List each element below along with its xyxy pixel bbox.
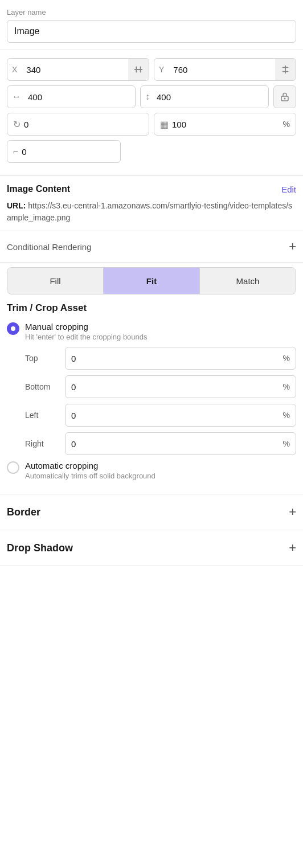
fit-buttons-group: Fill Fit Match: [7, 267, 296, 294]
left-crop-row: Left %: [25, 404, 296, 427]
wh-row: ↔ ↕: [7, 85, 296, 108]
opacity-icon: ▦: [160, 119, 169, 130]
auto-cropping-sublabel: Automatically trims off solid background: [25, 472, 155, 480]
top-label: Top: [25, 354, 59, 363]
rotation-icon: ↻: [13, 119, 21, 130]
drop-shadow-add-icon[interactable]: +: [289, 541, 296, 555]
left-label: Left: [25, 411, 59, 420]
left-input[interactable]: [71, 411, 283, 420]
height-icon: ↕: [141, 92, 154, 102]
x-align-btn[interactable]: [128, 59, 149, 80]
drop-shadow-section[interactable]: Drop Shadow +: [0, 530, 303, 566]
y-align-btn[interactable]: [275, 59, 296, 80]
bottom-crop-row: Bottom %: [25, 375, 296, 398]
auto-cropping-label: Automatic cropping: [25, 461, 155, 470]
xy-row: X Y: [7, 58, 296, 81]
trim-crop-section: Trim / Crop Asset Manual cropping Hit 'e…: [0, 302, 303, 494]
corner-icon: ⌐: [13, 146, 18, 157]
image-content-header: Image Content Edit: [7, 184, 296, 194]
svg-rect-0: [134, 69, 142, 70]
url-value: https://s3.eu-central-1.amazonaws.com/sm…: [7, 201, 292, 222]
divider-7: [0, 566, 303, 566]
drop-shadow-title: Drop Shadow: [7, 542, 73, 554]
match-button[interactable]: Match: [200, 268, 296, 294]
crop-fields: Top % Bottom % Left % Right %: [25, 347, 296, 455]
url-text: URL: https://s3.eu-central-1.amazonaws.c…: [7, 200, 296, 224]
url-label: URL:: [7, 201, 26, 210]
svg-point-7: [284, 98, 286, 100]
trim-title: Trim / Crop Asset: [7, 302, 296, 314]
left-pct: %: [283, 411, 290, 420]
opacity-unit: %: [283, 120, 290, 129]
x-field: X: [7, 58, 149, 81]
conditional-rendering-section: Conditional Rendering +: [0, 231, 303, 262]
top-input-wrapper: %: [65, 347, 296, 370]
opacity-field: ▦ %: [154, 113, 296, 136]
opacity-input[interactable]: [172, 120, 283, 129]
right-input-wrapper: %: [65, 432, 296, 455]
width-icon: ↔: [7, 92, 26, 102]
manual-cropping-label: Manual cropping: [25, 322, 148, 331]
manual-cropping-radio[interactable]: [7, 322, 19, 335]
x-input[interactable]: [24, 65, 128, 75]
edit-button[interactable]: Edit: [281, 185, 296, 194]
right-input[interactable]: [71, 439, 283, 449]
corner-field: ⌐: [7, 140, 121, 163]
fill-button[interactable]: Fill: [7, 268, 104, 294]
layer-name-input[interactable]: [7, 20, 296, 43]
transform-section: X Y ↔: [0, 50, 303, 175]
border-title: Border: [7, 506, 40, 518]
bottom-pct: %: [283, 382, 290, 391]
corner-row: ⌐: [7, 140, 296, 163]
right-label: Right: [25, 439, 59, 448]
width-field: ↔: [7, 85, 136, 108]
lock-aspect-btn[interactable]: [273, 85, 296, 108]
rotation-opacity-row: ↻ ▦ %: [7, 113, 296, 136]
manual-cropping-option[interactable]: Manual cropping Hit 'enter' to edit the …: [7, 322, 296, 341]
conditional-label: Conditional Rendering: [7, 242, 91, 252]
y-field: Y: [154, 58, 296, 81]
svg-rect-5: [282, 71, 289, 72]
bottom-input[interactable]: [71, 382, 283, 392]
bottom-label: Bottom: [25, 382, 59, 391]
height-input[interactable]: [154, 92, 268, 102]
image-content-section: Image Content Edit URL: https://s3.eu-ce…: [0, 176, 303, 231]
layer-name-section: Layer name: [0, 0, 303, 50]
top-crop-row: Top %: [25, 347, 296, 370]
right-crop-row: Right %: [25, 432, 296, 455]
svg-rect-4: [282, 67, 289, 68]
height-field: ↕: [140, 85, 269, 108]
auto-cropping-label-group: Automatic cropping Automatically trims o…: [25, 461, 155, 480]
bottom-input-wrapper: %: [65, 375, 296, 398]
fit-button[interactable]: Fit: [104, 268, 200, 294]
border-section[interactable]: Border +: [0, 494, 303, 530]
rotation-input[interactable]: [24, 120, 143, 129]
y-input[interactable]: [171, 65, 275, 75]
fit-section: Fill Fit Match: [0, 263, 303, 302]
auto-cropping-radio[interactable]: [7, 461, 19, 474]
manual-cropping-sublabel: Hit 'enter' to edit the cropping bounds: [25, 333, 148, 341]
auto-cropping-option[interactable]: Automatic cropping Automatically trims o…: [7, 461, 296, 480]
svg-rect-2: [140, 67, 141, 73]
top-input[interactable]: [71, 354, 283, 363]
width-input[interactable]: [26, 92, 135, 102]
top-pct: %: [283, 354, 290, 363]
border-add-icon[interactable]: +: [289, 505, 296, 519]
svg-rect-1: [136, 67, 137, 73]
image-content-title: Image Content: [7, 184, 70, 194]
layer-name-label: Layer name: [7, 8, 296, 17]
y-label: Y: [154, 65, 169, 74]
svg-rect-3: [285, 65, 286, 73]
right-pct: %: [283, 439, 290, 448]
conditional-add-btn[interactable]: +: [289, 240, 296, 253]
corner-input[interactable]: [22, 147, 114, 157]
x-label: X: [7, 65, 22, 74]
rotation-field: ↻: [7, 113, 149, 136]
manual-cropping-label-group: Manual cropping Hit 'enter' to edit the …: [25, 322, 148, 341]
left-input-wrapper: %: [65, 404, 296, 427]
